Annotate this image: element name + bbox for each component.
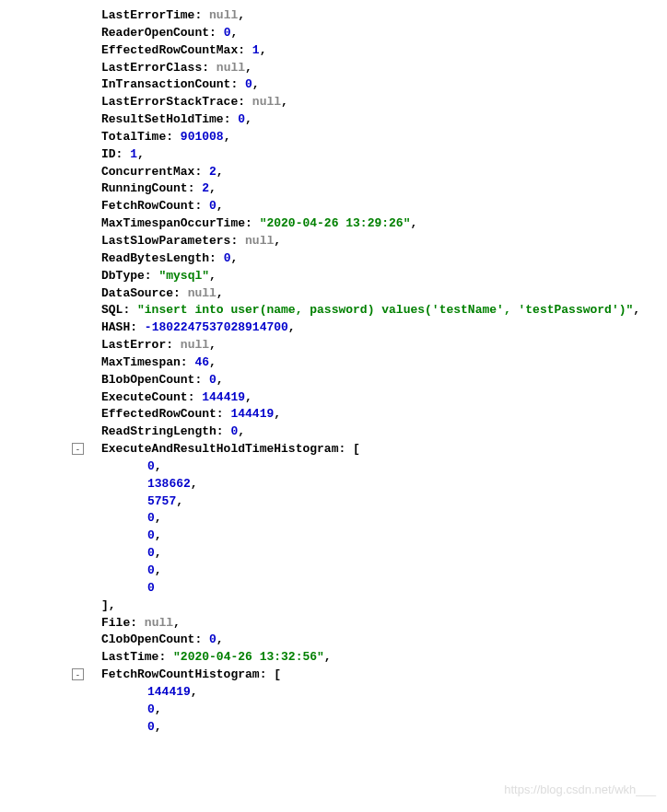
property-value: 46: [194, 355, 209, 369]
comma: ,: [155, 511, 162, 525]
colon: :: [123, 303, 137, 317]
json-property: LastError: null,: [55, 337, 667, 354]
colon: :: [194, 373, 209, 387]
property-key: LastErrorClass: [101, 61, 202, 75]
property-value: "2020-04-26 13:32:56": [173, 650, 324, 664]
collapse-toggle-icon[interactable]: -: [72, 443, 84, 455]
property-key: ExecuteAndResultHoldTimeHistogram: [101, 442, 338, 456]
property-value: null: [216, 61, 245, 75]
comma: ,: [324, 650, 332, 664]
comma: ,: [633, 303, 640, 317]
comma: ,: [137, 147, 145, 161]
array-value: 0: [147, 581, 155, 595]
array-item: 0,: [55, 719, 667, 737]
property-value: 0: [209, 632, 216, 646]
colon: :: [238, 95, 252, 109]
comma: ,: [216, 286, 224, 300]
colon: :: [181, 355, 195, 369]
array-value: 0: [147, 546, 155, 560]
colon: :: [238, 43, 252, 57]
property-value: 1: [252, 43, 260, 57]
property-key: InTransactionCount: [101, 77, 230, 91]
colon: :: [116, 147, 131, 161]
array-item: 144419,: [55, 684, 667, 702]
property-key: DataSource: [101, 286, 173, 300]
colon: :: [194, 632, 209, 646]
array-value: 0: [147, 720, 155, 734]
colon: :: [209, 251, 224, 265]
property-key: LastError: [101, 338, 166, 352]
colon: :: [245, 216, 260, 230]
comma: ,: [252, 77, 260, 91]
property-value: "2020-04-26 13:29:26": [260, 216, 411, 230]
property-value: 2: [209, 165, 216, 179]
colon: :: [224, 112, 239, 126]
json-property: TotalTime: 901008,: [55, 129, 667, 146]
json-property: ID: 1,: [55, 146, 667, 164]
comma: ,: [155, 563, 162, 577]
array-item: 0,: [55, 702, 667, 719]
property-key: HASH: [101, 320, 130, 334]
property-value: 0: [238, 112, 245, 126]
json-array-open[interactable]: -FetchRowCountHistogram: [: [55, 667, 667, 684]
property-key: MaxTimespanOccurTime: [101, 216, 245, 230]
collapse-toggle-icon[interactable]: -: [72, 668, 84, 680]
json-viewer: LastErrorTime: null,ReaderOpenCount: 0,E…: [55, 7, 667, 736]
property-value: 901008: [181, 130, 224, 144]
comma: ,: [209, 181, 216, 195]
json-property: LastErrorTime: null,: [55, 7, 667, 25]
comma: ,: [410, 216, 417, 230]
property-key: LastTime: [101, 650, 158, 664]
property-value: null: [209, 8, 238, 22]
property-value: 1: [130, 147, 137, 161]
array-item: 0,: [55, 458, 667, 476]
colon: :: [130, 616, 145, 630]
json-property: MaxTimespan: 46,: [55, 354, 667, 372]
json-property: RunningCount: 2,: [55, 180, 667, 198]
comma: ,: [173, 616, 181, 630]
array-value: 138662: [147, 477, 191, 491]
comma: ,: [191, 477, 198, 491]
property-key: RunningCount: [101, 181, 188, 195]
json-property: EffectedRowCount: 144419,: [55, 406, 667, 423]
array-value: 144419: [147, 685, 191, 699]
property-key: BlobOpenCount: [101, 373, 194, 387]
property-key: ReaderOpenCount: [101, 26, 209, 40]
comma: ,: [209, 338, 216, 352]
property-key: SQL: [101, 303, 123, 317]
colon: :: [158, 650, 173, 664]
property-value: null: [252, 95, 281, 109]
json-property: ReaderOpenCount: 0,: [55, 25, 667, 42]
json-property: ClobOpenCount: 0,: [55, 632, 667, 649]
property-key: EffectedRowCountMax: [101, 43, 238, 57]
comma: ,: [238, 424, 245, 438]
property-key: TotalTime: [101, 130, 166, 144]
array-item: 0,: [55, 528, 667, 545]
property-key: LastErrorTime: [101, 8, 194, 22]
property-value: 144419: [230, 407, 274, 421]
array-item: 0,: [55, 563, 667, 580]
comma: ,: [224, 130, 231, 144]
array-item: 5757,: [55, 493, 667, 511]
comma: ,: [281, 95, 288, 109]
colon: :: [166, 338, 181, 352]
property-value: null: [188, 286, 216, 300]
json-property: ReadBytesLength: 0,: [55, 250, 667, 268]
comma: ,: [245, 61, 252, 75]
comma: ,: [245, 112, 252, 126]
comma: ,: [274, 234, 281, 248]
array-item: 138662,: [55, 476, 667, 493]
property-key: FetchRowCount: [101, 199, 194, 213]
property-value: 0: [209, 373, 216, 387]
json-property: ExecuteCount: 144419,: [55, 389, 667, 407]
comma: ,: [155, 702, 162, 716]
comma: ,: [155, 459, 162, 473]
colon: :: [188, 390, 203, 404]
colon: :: [230, 234, 245, 248]
json-array-open[interactable]: -ExecuteAndResultHoldTimeHistogram: [: [55, 441, 667, 458]
bracket-open: : [: [338, 442, 359, 456]
colon: :: [188, 181, 203, 195]
property-key: ConcurrentMax: [101, 165, 194, 179]
array-item: 0: [55, 580, 667, 597]
colon: :: [194, 165, 209, 179]
